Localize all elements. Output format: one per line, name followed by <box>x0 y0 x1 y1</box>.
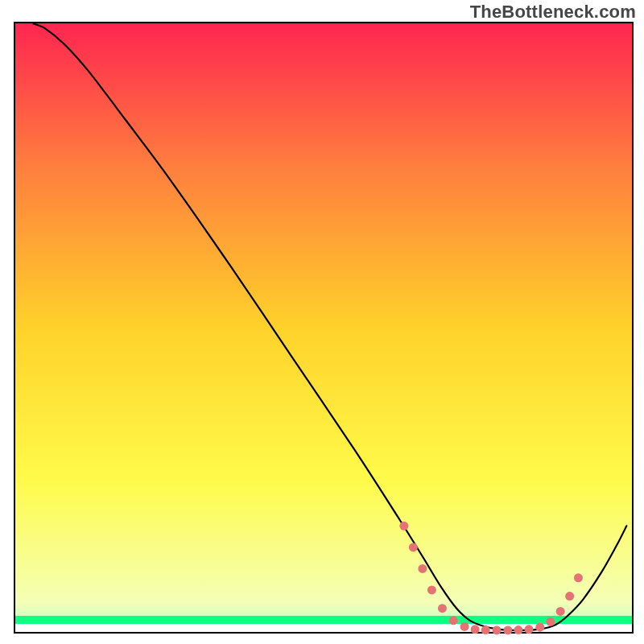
highlight-dot <box>546 617 555 626</box>
highlight-dot <box>409 543 418 551</box>
highlight-dot <box>524 625 533 634</box>
highlight-dot <box>565 592 574 601</box>
highlight-dot <box>556 607 565 616</box>
highlight-dot <box>493 625 502 634</box>
plot-background <box>14 23 633 633</box>
highlight-dot <box>514 625 522 634</box>
bottleneck-chart <box>0 0 644 644</box>
highlight-dot <box>418 564 427 573</box>
highlight-dot <box>471 625 480 634</box>
highlight-dot <box>438 604 447 613</box>
highlight-dot <box>481 625 490 634</box>
highlight-dot <box>399 522 408 530</box>
highlight-dot <box>460 622 469 631</box>
highlight-dot <box>574 573 583 582</box>
highlight-dot <box>427 585 436 594</box>
highlight-dot <box>503 625 512 634</box>
highlight-dot <box>449 616 458 625</box>
chart-frame: { "watermark": "TheBottleneck.com", "cha… <box>0 0 644 644</box>
highlight-dot <box>535 623 544 632</box>
